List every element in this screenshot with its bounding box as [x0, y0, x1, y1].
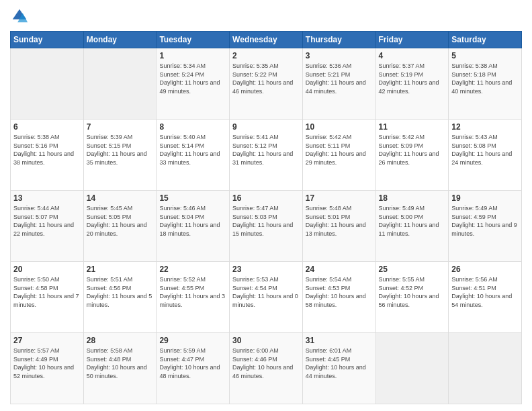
day-number: 6: [13, 122, 81, 132]
calendar-cell: 26Sunrise: 5:56 AM Sunset: 4:51 PM Dayli…: [449, 262, 522, 333]
calendar-cell: 5Sunrise: 5:38 AM Sunset: 5:18 PM Daylig…: [449, 48, 522, 120]
calendar-cell: 30Sunrise: 6:00 AM Sunset: 4:46 PM Dayli…: [230, 333, 303, 404]
cell-content: Sunrise: 5:46 AM Sunset: 5:04 PM Dayligh…: [159, 204, 226, 238]
calendar-cell: 10Sunrise: 5:42 AM Sunset: 5:11 PM Dayli…: [302, 120, 375, 191]
cell-content: Sunrise: 5:42 AM Sunset: 5:09 PM Dayligh…: [379, 133, 446, 167]
day-number: 17: [306, 193, 373, 203]
day-number: 1: [159, 51, 226, 60]
day-header-saturday: Saturday: [449, 32, 522, 48]
cell-content: Sunrise: 5:53 AM Sunset: 4:54 PM Dayligh…: [232, 275, 300, 309]
day-header-tuesday: Tuesday: [157, 32, 230, 48]
calendar-cell: 25Sunrise: 5:55 AM Sunset: 4:52 PM Dayli…: [375, 262, 449, 333]
cell-content: Sunrise: 5:51 AM Sunset: 4:56 PM Dayligh…: [87, 275, 154, 309]
logo-icon: [10, 7, 29, 26]
day-number: 22: [159, 265, 226, 274]
day-number: 25: [379, 265, 446, 274]
logo: [10, 7, 32, 26]
calendar-cell: [11, 48, 84, 120]
calendar: SundayMondayTuesdayWednesdayThursdayFrid…: [10, 31, 522, 404]
calendar-cell: 15Sunrise: 5:46 AM Sunset: 5:04 PM Dayli…: [157, 191, 230, 262]
day-number: 28: [87, 336, 154, 345]
cell-content: Sunrise: 5:38 AM Sunset: 5:16 PM Dayligh…: [13, 133, 81, 167]
calendar-cell: 21Sunrise: 5:51 AM Sunset: 4:56 PM Dayli…: [83, 262, 157, 333]
day-number: 8: [159, 122, 226, 132]
day-number: 12: [451, 122, 519, 132]
calendar-cell: 29Sunrise: 5:59 AM Sunset: 4:47 PM Dayli…: [157, 333, 230, 404]
cell-content: Sunrise: 6:01 AM Sunset: 4:45 PM Dayligh…: [306, 347, 373, 380]
week-row-1: 6Sunrise: 5:38 AM Sunset: 5:16 PM Daylig…: [11, 120, 522, 191]
day-number: 7: [87, 122, 154, 132]
cell-content: Sunrise: 5:49 AM Sunset: 4:59 PM Dayligh…: [451, 204, 519, 238]
cell-content: Sunrise: 5:58 AM Sunset: 4:48 PM Dayligh…: [87, 347, 154, 380]
day-number: 4: [379, 51, 446, 60]
page: SundayMondayTuesdayWednesdayThursdayFrid…: [0, 0, 532, 411]
calendar-cell: 20Sunrise: 5:50 AM Sunset: 4:58 PM Dayli…: [11, 262, 84, 333]
calendar-cell: 9Sunrise: 5:41 AM Sunset: 5:12 PM Daylig…: [230, 120, 303, 191]
cell-content: Sunrise: 5:45 AM Sunset: 5:05 PM Dayligh…: [87, 204, 154, 238]
day-number: 18: [379, 193, 446, 203]
calendar-cell: 11Sunrise: 5:42 AM Sunset: 5:09 PM Dayli…: [375, 120, 449, 191]
cell-content: Sunrise: 5:52 AM Sunset: 4:55 PM Dayligh…: [159, 275, 226, 309]
cell-content: Sunrise: 5:54 AM Sunset: 4:53 PM Dayligh…: [306, 275, 373, 309]
cell-content: Sunrise: 5:43 AM Sunset: 5:08 PM Dayligh…: [451, 133, 519, 167]
calendar-cell: 4Sunrise: 5:37 AM Sunset: 5:19 PM Daylig…: [375, 48, 449, 120]
cell-content: Sunrise: 5:50 AM Sunset: 4:58 PM Dayligh…: [13, 275, 81, 309]
calendar-cell: [83, 48, 157, 120]
calendar-cell: 23Sunrise: 5:53 AM Sunset: 4:54 PM Dayli…: [230, 262, 303, 333]
cell-content: Sunrise: 5:44 AM Sunset: 5:07 PM Dayligh…: [13, 204, 81, 238]
calendar-cell: [449, 333, 522, 404]
day-header-sunday: Sunday: [11, 32, 84, 48]
calendar-cell: 24Sunrise: 5:54 AM Sunset: 4:53 PM Dayli…: [302, 262, 375, 333]
day-number: 5: [451, 51, 519, 60]
day-header-wednesday: Wednesday: [230, 32, 303, 48]
cell-content: Sunrise: 5:40 AM Sunset: 5:14 PM Dayligh…: [159, 133, 226, 167]
calendar-cell: 19Sunrise: 5:49 AM Sunset: 4:59 PM Dayli…: [449, 191, 522, 262]
cell-content: Sunrise: 5:37 AM Sunset: 5:19 PM Dayligh…: [379, 62, 446, 95]
day-number: 29: [159, 336, 226, 345]
day-header-friday: Friday: [375, 32, 449, 48]
day-number: 21: [87, 265, 154, 274]
calendar-cell: 6Sunrise: 5:38 AM Sunset: 5:16 PM Daylig…: [11, 120, 84, 191]
day-number: 20: [13, 265, 81, 274]
calendar-cell: 31Sunrise: 6:01 AM Sunset: 4:45 PM Dayli…: [302, 333, 375, 404]
day-number: 9: [232, 122, 300, 132]
calendar-header-row: SundayMondayTuesdayWednesdayThursdayFrid…: [11, 32, 522, 48]
cell-content: Sunrise: 5:36 AM Sunset: 5:21 PM Dayligh…: [306, 62, 373, 95]
calendar-cell: 27Sunrise: 5:57 AM Sunset: 4:49 PM Dayli…: [11, 333, 84, 404]
cell-content: Sunrise: 5:42 AM Sunset: 5:11 PM Dayligh…: [306, 133, 373, 167]
day-number: 16: [232, 193, 300, 203]
week-row-2: 13Sunrise: 5:44 AM Sunset: 5:07 PM Dayli…: [11, 191, 522, 262]
cell-content: Sunrise: 5:38 AM Sunset: 5:18 PM Dayligh…: [451, 62, 519, 95]
day-number: 30: [232, 336, 300, 345]
day-number: 13: [13, 193, 81, 203]
cell-content: Sunrise: 5:55 AM Sunset: 4:52 PM Dayligh…: [379, 275, 446, 309]
calendar-cell: 3Sunrise: 5:36 AM Sunset: 5:21 PM Daylig…: [302, 48, 375, 120]
day-number: 26: [451, 265, 519, 274]
cell-content: Sunrise: 5:41 AM Sunset: 5:12 PM Dayligh…: [232, 133, 300, 167]
day-number: 24: [306, 265, 373, 274]
day-number: 27: [13, 336, 81, 345]
calendar-cell: 16Sunrise: 5:47 AM Sunset: 5:03 PM Dayli…: [230, 191, 303, 262]
day-number: 15: [159, 193, 226, 203]
cell-content: Sunrise: 5:48 AM Sunset: 5:01 PM Dayligh…: [306, 204, 373, 238]
cell-content: Sunrise: 5:59 AM Sunset: 4:47 PM Dayligh…: [159, 347, 226, 380]
calendar-cell: 17Sunrise: 5:48 AM Sunset: 5:01 PM Dayli…: [302, 191, 375, 262]
calendar-cell: 7Sunrise: 5:39 AM Sunset: 5:15 PM Daylig…: [83, 120, 157, 191]
cell-content: Sunrise: 5:39 AM Sunset: 5:15 PM Dayligh…: [87, 133, 154, 167]
calendar-cell: 28Sunrise: 5:58 AM Sunset: 4:48 PM Dayli…: [83, 333, 157, 404]
cell-content: Sunrise: 5:34 AM Sunset: 5:24 PM Dayligh…: [159, 62, 226, 95]
day-number: 14: [87, 193, 154, 203]
calendar-cell: 22Sunrise: 5:52 AM Sunset: 4:55 PM Dayli…: [157, 262, 230, 333]
calendar-cell: 18Sunrise: 5:49 AM Sunset: 5:00 PM Dayli…: [375, 191, 449, 262]
cell-content: Sunrise: 5:57 AM Sunset: 4:49 PM Dayligh…: [13, 347, 81, 380]
cell-content: Sunrise: 6:00 AM Sunset: 4:46 PM Dayligh…: [232, 347, 300, 380]
day-number: 31: [306, 336, 373, 345]
day-number: 11: [379, 122, 446, 132]
cell-content: Sunrise: 5:47 AM Sunset: 5:03 PM Dayligh…: [232, 204, 300, 238]
week-row-0: 1Sunrise: 5:34 AM Sunset: 5:24 PM Daylig…: [11, 48, 522, 120]
calendar-cell: [375, 333, 449, 404]
calendar-cell: 8Sunrise: 5:40 AM Sunset: 5:14 PM Daylig…: [157, 120, 230, 191]
day-header-thursday: Thursday: [302, 32, 375, 48]
day-number: 3: [306, 51, 373, 60]
cell-content: Sunrise: 5:49 AM Sunset: 5:00 PM Dayligh…: [379, 204, 446, 238]
